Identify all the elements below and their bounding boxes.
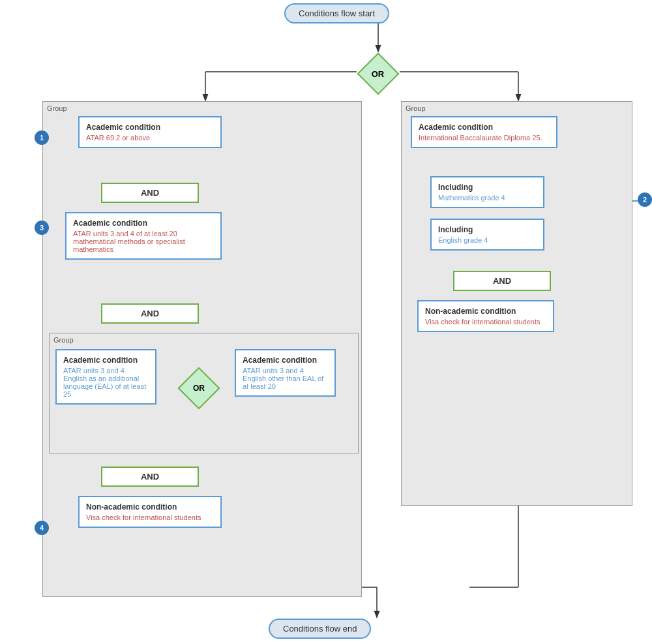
and2-box: AND [101, 303, 199, 324]
rincl2-value: English grade 4 [438, 236, 537, 244]
rcond2-value: Visa check for international students [425, 318, 546, 326]
or-diamond-top: OR [357, 52, 400, 95]
rand1-box: AND [453, 271, 551, 291]
start-node: Conditions flow start [284, 3, 389, 23]
cond5-title: Non-academic condition [86, 502, 214, 512]
rcond1-value: International Baccalaurate Diploma 25. [419, 134, 550, 142]
rincl1-value: Mathematics grade 4 [438, 194, 537, 202]
cond4-title: Academic condition [243, 356, 328, 365]
cond1-box: Academic condition ATAR 69.2 or above. [78, 116, 222, 148]
rincl1-title: Including [438, 183, 537, 192]
rcond1-title: Academic condition [419, 123, 550, 132]
cond3-value: ATAR units 3 and 4 English as an additio… [63, 367, 149, 398]
and1-box: AND [101, 183, 199, 203]
rcond2-box: Non-academic condition Visa check for in… [417, 300, 554, 332]
start-label: Conditions flow start [284, 3, 389, 23]
cond1-title: Academic condition [86, 123, 214, 132]
number-badge-1: 1 [35, 130, 49, 145]
or-top-label: OR [372, 69, 385, 79]
cond5-box: Non-academic condition Visa check for in… [78, 496, 222, 528]
end-label: Conditions flow end [269, 619, 371, 639]
inner-group-label: Group [53, 336, 74, 344]
number-badge-3: 3 [35, 221, 49, 235]
cond4-box: Academic condition ATAR units 3 and 4 En… [235, 349, 336, 397]
rcond2-title: Non-academic condition [425, 307, 546, 316]
inner-or-diamond: OR [179, 369, 218, 408]
rincl1-box: Including Mathematics grade 4 [430, 176, 544, 208]
rincl2-box: Including English grade 4 [430, 219, 544, 251]
cond2-box: Academic condition ATAR units 3 and 4 of… [65, 212, 222, 260]
cond3-box: Academic condition ATAR units 3 and 4 En… [55, 349, 156, 405]
number-badge-4: 4 [35, 521, 49, 535]
right-group-label: Group [406, 104, 426, 112]
cond2-title: Academic condition [73, 219, 214, 228]
left-group-label: Group [47, 104, 67, 112]
and3-box: AND [101, 467, 199, 487]
rincl2-title: Including [438, 225, 537, 234]
cond2-value: ATAR units 3 and 4 of at least 20 mathem… [73, 230, 214, 253]
rcond1-box: Academic condition International Baccala… [411, 116, 557, 148]
cond5-value: Visa check for international students [86, 514, 214, 521]
cond1-value: ATAR 69.2 or above. [86, 134, 214, 142]
number-badge-2: 2 [638, 192, 652, 207]
cond4-value: ATAR units 3 and 4 English other than EA… [243, 367, 328, 390]
inner-or-label: OR [193, 384, 205, 393]
cond3-title: Academic condition [63, 356, 149, 365]
end-node: Conditions flow end [269, 619, 371, 639]
